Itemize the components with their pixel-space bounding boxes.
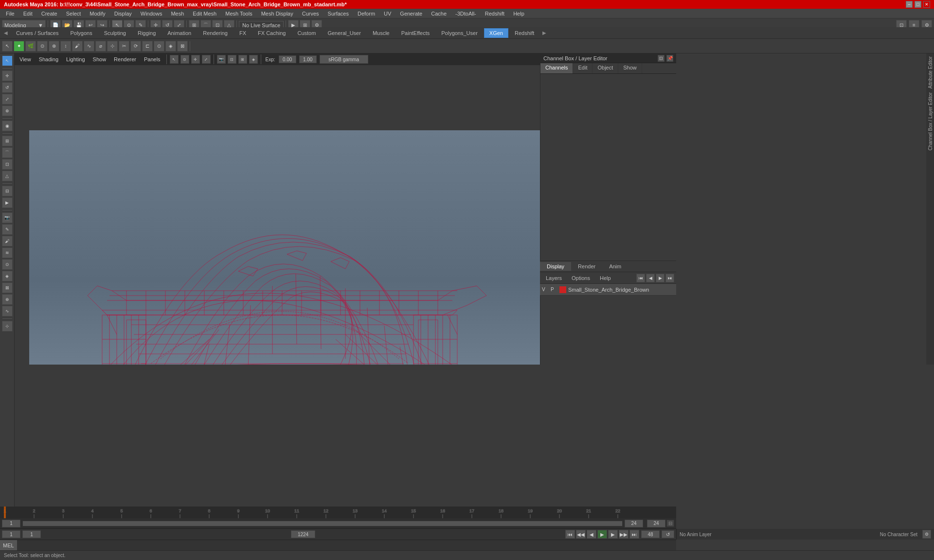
timeline-area[interactable]: 1 2 3 4 5 6 7 8 9 10 [0, 507, 676, 518]
menu-generate[interactable]: Generate [396, 10, 426, 18]
tab-polygons-user[interactable]: Polygons_User [436, 28, 483, 38]
end-frame-input[interactable]: 48 [641, 530, 660, 538]
xgen-btn-9[interactable]: ⊹ [107, 41, 118, 52]
tab-xgen[interactable]: XGen [484, 28, 508, 38]
snap-curve-btn[interactable]: ⌒ [2, 147, 13, 158]
tab-animation[interactable]: Animation [162, 28, 197, 38]
tab-polygons[interactable]: Polygons [65, 28, 97, 38]
soft-select-btn[interactable]: ◉ [2, 121, 13, 131]
channel-box-pin-btn[interactable]: 📌 [666, 55, 673, 62]
select-tool-btn[interactable]: ↖ [2, 55, 13, 66]
attr-editor-tab[interactable]: Attribute Editor [927, 54, 934, 90]
vp-menu-panels[interactable]: Panels [141, 55, 163, 63]
vp-menu-view[interactable]: View [17, 55, 34, 63]
frame-counter[interactable]: 1224 [291, 530, 315, 538]
vp-menu-show[interactable]: Show [90, 55, 109, 63]
cycle-btn[interactable]: ↺ [662, 530, 674, 538]
fluids-btn[interactable]: ∿ [2, 306, 13, 316]
xgen-btn-2[interactable]: 🌿 [25, 41, 36, 52]
menu-help[interactable]: Help [509, 10, 528, 18]
menu-select[interactable]: Select [62, 10, 85, 18]
scale-tool-btn[interactable]: ⤢ [2, 94, 13, 105]
menu-create[interactable]: Create [37, 10, 61, 18]
char-set-btn[interactable]: ⚙ [922, 530, 931, 539]
tab-sculpting[interactable]: Sculpting [99, 28, 131, 38]
layer-v-indicator[interactable]: V [542, 287, 549, 292]
vp-grid-btn[interactable]: ⊞ [238, 55, 247, 64]
layers-btn[interactable]: Layers [542, 274, 566, 282]
dra-tab-display[interactable]: Display [540, 262, 571, 271]
range-start-input[interactable]: 1 [2, 520, 20, 527]
tab-rigging[interactable]: Rigging [132, 28, 161, 38]
vp-select-btn[interactable]: ↖ [170, 55, 179, 64]
brush-btn[interactable]: 🖌 [2, 236, 13, 246]
xgen-btn-11[interactable]: ⟳ [130, 41, 141, 52]
channel-box-expand-btn[interactable]: ⊡ [658, 55, 665, 62]
next-key-btn[interactable]: ▶ [608, 530, 618, 539]
tab-rendering[interactable]: Rendering [198, 28, 233, 38]
window-controls[interactable]: – □ ✕ [906, 1, 930, 8]
mel-label[interactable]: MEL [0, 540, 18, 550]
sculpt-btn[interactable]: ◈ [2, 271, 13, 281]
vp-exposure-input[interactable]: 0.00 [279, 55, 296, 63]
close-button[interactable]: ✕ [923, 1, 930, 8]
cb-tab-show[interactable]: Show [618, 63, 642, 73]
vp-zoom-btn[interactable]: ⤢ [202, 55, 211, 64]
command-input[interactable] [18, 540, 676, 550]
menu-surfaces[interactable]: Surfaces [324, 10, 353, 18]
menu-file[interactable]: File [2, 10, 18, 18]
go-to-end-btn[interactable]: ⏭ [629, 530, 639, 539]
vp-camera-btn[interactable]: 📷 [217, 55, 226, 64]
menu-deform[interactable]: Deform [354, 10, 379, 18]
vp-track-btn[interactable]: ✛ [191, 55, 200, 64]
xgen-btn-7[interactable]: ∿ [84, 41, 94, 52]
fps-display[interactable]: 24 [647, 520, 665, 527]
layer-next-btn[interactable]: ▶ [656, 274, 665, 282]
cb-tab-edit[interactable]: Edit [573, 63, 593, 73]
range-slider[interactable] [22, 521, 623, 526]
tab-custom[interactable]: Custom [292, 28, 322, 38]
menu-mesh-display[interactable]: Mesh Display [257, 10, 297, 18]
xgen-btn-15[interactable]: ⊠ [177, 41, 188, 52]
menu-windows[interactable]: Windows [137, 10, 166, 18]
vp-menu-shading[interactable]: Shading [36, 55, 61, 63]
camera-btn[interactable]: 📷 [2, 212, 13, 223]
tab-fx-caching[interactable]: FX Caching [252, 28, 291, 38]
menu-mesh-tools[interactable]: Mesh Tools [221, 10, 256, 18]
xgen-btn-10[interactable]: ✂ [119, 41, 129, 52]
layer-prev-btn[interactable]: ◀ [646, 274, 655, 282]
xgen-select-btn[interactable]: ↖ [2, 41, 13, 52]
menu-mesh[interactable]: Mesh [167, 10, 188, 18]
rigging-btn[interactable]: ⊠ [2, 282, 13, 293]
cb-tab-channels[interactable]: Channels [540, 63, 573, 73]
layer-p-indicator[interactable]: P [551, 287, 557, 292]
vp-tumble-btn[interactable]: ⊙ [180, 55, 189, 64]
snap-view-btn[interactable]: △ [2, 171, 13, 181]
tab-muscle[interactable]: Muscle [367, 28, 395, 38]
history-btn[interactable]: ⊟ [2, 186, 13, 196]
current-frame-input[interactable]: 1 [22, 530, 41, 538]
layer-entry[interactable]: V P Small_Stone_Arch_Bridge_Brown [540, 284, 676, 296]
play-btn[interactable]: ▶ [597, 530, 607, 539]
help-btn[interactable]: Help [596, 274, 615, 282]
xgen-btn-13[interactable]: ⊙ [154, 41, 164, 52]
xgen-btn-3[interactable]: ⊙ [37, 41, 48, 52]
menu-curves[interactable]: Curves [298, 10, 323, 18]
paint-btn[interactable]: ✎ [2, 224, 13, 235]
tab-paint-effects[interactable]: PaintEffects [396, 28, 435, 38]
deform-btn[interactable]: ⊙ [2, 259, 13, 270]
cb-tab-object[interactable]: Object [593, 63, 618, 73]
xgen-btn-6[interactable]: 🖌 [72, 41, 83, 52]
render-btn[interactable]: ▶ [2, 197, 13, 208]
tab-curves-surfaces[interactable]: Curves / Surfaces [11, 28, 64, 38]
xgen-btn-4[interactable]: ⊕ [49, 41, 59, 52]
vp-menu-lighting[interactable]: Lighting [63, 55, 88, 63]
vp-wireframe-btn[interactable]: ◈ [249, 55, 258, 64]
menu-uv[interactable]: UV [380, 10, 395, 18]
minimize-button[interactable]: – [906, 1, 913, 8]
xgen-btn-1[interactable]: ✦ [14, 41, 24, 52]
snap-grid-btn[interactable]: ⊞ [2, 136, 13, 146]
maximize-button[interactable]: □ [915, 1, 921, 8]
menu-modify[interactable]: Modify [86, 10, 109, 18]
xgen-btn-8[interactable]: ⌀ [95, 41, 106, 52]
